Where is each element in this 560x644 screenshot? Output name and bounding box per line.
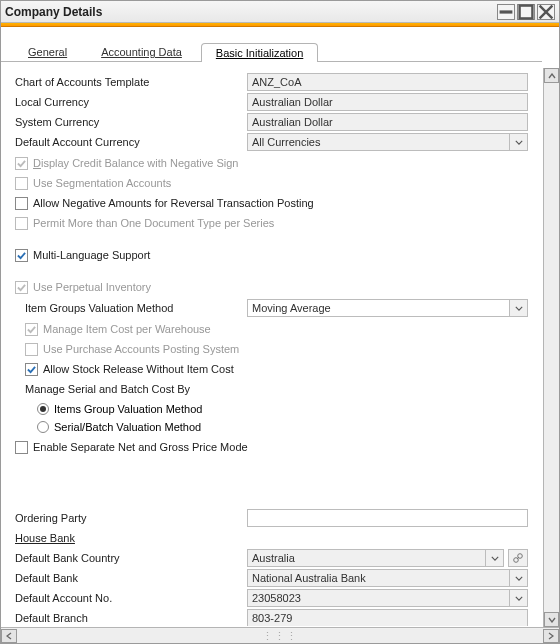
permit-multi-doc-checkbox <box>15 217 28 230</box>
allow-stock-release-checkbox[interactable] <box>25 363 38 376</box>
vertical-scrollbar[interactable] <box>543 68 559 627</box>
manage-item-cost-label: Manage Item Cost per Warehouse <box>43 323 211 335</box>
default-account-currency-combo[interactable]: All Currencies <box>247 133 528 151</box>
default-bank-value: National Australia Bank <box>247 569 510 587</box>
multi-language-checkbox[interactable] <box>15 249 28 262</box>
default-account-no-value: 23058023 <box>247 589 510 607</box>
system-currency-value[interactable]: Australian Dollar <box>247 113 528 131</box>
coa-template-value[interactable]: ANZ_CoA <box>247 73 528 91</box>
default-account-no-combo[interactable]: 23058023 <box>247 589 528 607</box>
system-currency-label: System Currency <box>15 116 247 128</box>
enable-separate-checkbox[interactable] <box>15 441 28 454</box>
default-bank-label: Default Bank <box>15 572 247 584</box>
use-segmentation-label: Use Segmentation Accounts <box>33 177 171 189</box>
default-account-currency-label: Default Account Currency <box>15 136 247 148</box>
manage-serial-label: Manage Serial and Batch Cost By <box>25 383 190 395</box>
use-segmentation-checkbox <box>15 177 28 190</box>
serial-batch-radio[interactable] <box>37 421 49 433</box>
default-branch-value[interactable]: 803-279 <box>247 609 528 626</box>
scroll-down-button[interactable] <box>544 612 559 627</box>
manage-item-cost-checkbox <box>25 323 38 336</box>
scroll-grip-icon: ⋮⋮⋮ <box>262 629 298 642</box>
vscroll-track[interactable] <box>544 83 559 612</box>
chevron-down-icon <box>510 299 528 317</box>
chevron-down-icon <box>510 589 528 607</box>
coa-template-label: Chart of Accounts Template <box>15 76 247 88</box>
item-groups-method-value: Moving Average <box>247 299 510 317</box>
default-bank-country-label: Default Bank Country <box>15 552 247 564</box>
use-purchase-acct-label: Use Purchase Accounts Posting System <box>43 343 239 355</box>
house-bank-link[interactable]: House Bank <box>15 532 247 544</box>
items-group-radio-label: Items Group Valuation Method <box>54 403 202 415</box>
horizontal-scrollbar[interactable]: ⋮⋮⋮ <box>1 627 559 643</box>
item-groups-method-combo[interactable]: Moving Average <box>247 299 528 317</box>
ordering-party-input[interactable] <box>247 509 528 527</box>
display-credit-label: DDisplay Credit Balance with Negative Si… <box>33 157 238 169</box>
ordering-party-label: Ordering Party <box>15 512 247 524</box>
serial-batch-radio-label: Serial/Batch Valuation Method <box>54 421 201 433</box>
maximize-button[interactable] <box>517 4 535 20</box>
scroll-left-button[interactable] <box>1 629 17 643</box>
default-account-currency-value: All Currencies <box>247 133 510 151</box>
multi-language-label: Multi-Language Support <box>33 249 150 261</box>
chevron-down-icon <box>486 549 504 567</box>
allow-stock-release-label: Allow Stock Release Without Item Cost <box>43 363 234 375</box>
allow-negative-label: Allow Negative Amounts for Reversal Tran… <box>33 197 314 209</box>
use-purchase-acct-checkbox <box>25 343 38 356</box>
allow-negative-checkbox[interactable] <box>15 197 28 210</box>
default-bank-combo[interactable]: National Australia Bank <box>247 569 528 587</box>
display-credit-checkbox <box>15 157 28 170</box>
item-groups-method-label: Item Groups Valuation Method <box>25 302 247 314</box>
default-branch-label: Default Branch <box>15 612 247 624</box>
scroll-right-button[interactable] <box>543 629 559 643</box>
tab-general[interactable]: General <box>13 42 82 61</box>
svg-rect-0 <box>500 10 513 13</box>
chevron-down-icon <box>510 569 528 587</box>
scroll-up-button[interactable] <box>544 68 559 83</box>
enable-separate-label: Enable Separate Net and Gross Price Mode <box>33 441 248 453</box>
default-bank-country-combo[interactable]: Australia <box>247 549 504 567</box>
local-currency-value[interactable]: Australian Dollar <box>247 93 528 111</box>
tab-accounting-data[interactable]: Accounting Data <box>86 42 197 61</box>
svg-rect-1 <box>520 5 533 18</box>
hscroll-track[interactable]: ⋮⋮⋮ <box>17 629 543 643</box>
link-icon[interactable] <box>508 549 528 567</box>
permit-multi-doc-label: Permit More than One Document Type per S… <box>33 217 274 229</box>
items-group-radio[interactable] <box>37 403 49 415</box>
close-button[interactable] <box>537 4 555 20</box>
tab-basic-initialization[interactable]: Basic Initialization <box>201 43 318 62</box>
default-account-no-label: Default Account No. <box>15 592 247 604</box>
chevron-down-icon <box>510 133 528 151</box>
minimize-button[interactable] <box>497 4 515 20</box>
window-title: Company Details <box>5 5 495 19</box>
spacer-bar <box>1 27 559 34</box>
use-perpetual-label: Use Perpetual Inventory <box>33 281 151 293</box>
default-bank-country-value: Australia <box>247 549 486 567</box>
local-currency-label: Local Currency <box>15 96 247 108</box>
use-perpetual-checkbox <box>15 281 28 294</box>
